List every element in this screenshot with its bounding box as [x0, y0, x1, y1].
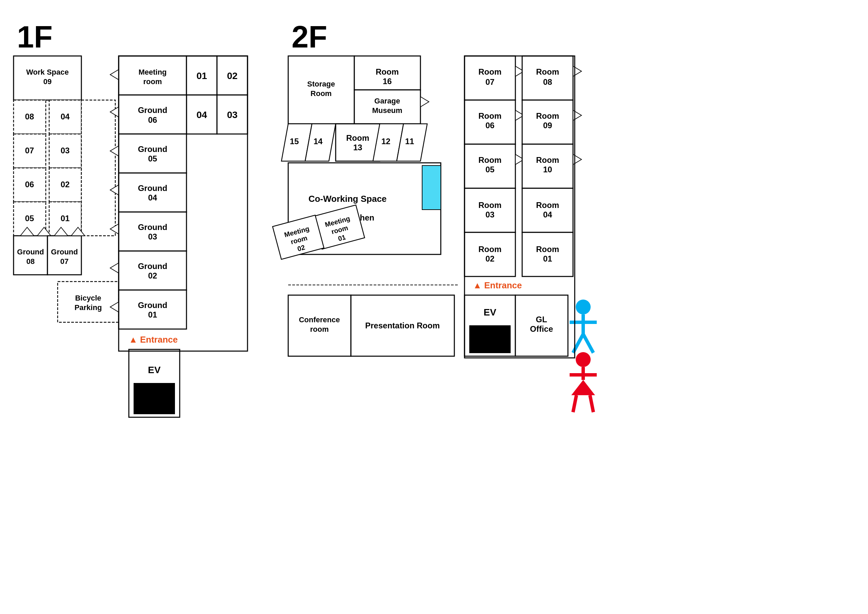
svg-text:Room: Room — [478, 111, 501, 120]
floor-2f-label: 2F — [291, 20, 327, 54]
svg-text:Room: Room — [536, 67, 559, 76]
svg-point-87 — [576, 300, 591, 314]
ground04-label: Ground — [138, 183, 167, 193]
svg-text:room: room — [143, 77, 162, 86]
ground05-label: Ground — [138, 145, 167, 154]
svg-text:Bicycle: Bicycle — [75, 294, 101, 302]
workspace09-label: Work Space — [26, 68, 69, 76]
svg-text:09: 09 — [543, 121, 552, 130]
svg-text:03: 03 — [227, 110, 237, 120]
svg-text:Room: Room — [346, 133, 369, 143]
svg-text:07: 07 — [25, 146, 34, 155]
svg-text:10: 10 — [543, 165, 552, 174]
svg-text:04: 04 — [148, 193, 157, 202]
svg-text:03: 03 — [148, 232, 157, 241]
ev-1f-block — [134, 383, 175, 414]
svg-text:Presentation Room: Presentation Room — [365, 321, 440, 330]
svg-text:Room: Room — [536, 201, 559, 210]
svg-text:Co-Working Space: Co-Working Space — [308, 194, 387, 204]
ground08-label: Ground — [17, 248, 44, 256]
ground07-label: Ground — [51, 248, 78, 256]
svg-text:07: 07 — [485, 77, 495, 87]
svg-text:06: 06 — [148, 115, 157, 124]
svg-text:03: 03 — [61, 146, 70, 155]
svg-text:01: 01 — [148, 310, 157, 319]
floor-1f-label: 1F — [17, 20, 53, 54]
ev-1f-label: EV — [148, 365, 161, 375]
svg-text:Conference: Conference — [299, 316, 340, 324]
svg-text:06: 06 — [25, 180, 34, 189]
svg-text:02: 02 — [148, 271, 157, 280]
male-icon — [570, 300, 597, 353]
svg-text:Room: Room — [478, 245, 501, 254]
svg-marker-40 — [420, 97, 429, 107]
svg-text:04: 04 — [543, 210, 552, 219]
svg-text:02: 02 — [227, 71, 237, 81]
svg-text:07: 07 — [60, 257, 68, 266]
svg-text:Room: Room — [536, 245, 559, 254]
svg-text:04: 04 — [196, 110, 207, 120]
svg-marker-94 — [571, 380, 595, 395]
entrance-2f-label: ▲ Entrance — [473, 280, 522, 291]
entrance-1f-label: ▲ Entrance — [129, 334, 178, 345]
svg-text:Parking: Parking — [74, 303, 102, 312]
svg-text:room: room — [310, 325, 329, 333]
svg-text:05: 05 — [485, 165, 495, 174]
svg-text:08: 08 — [26, 257, 34, 266]
svg-line-91 — [583, 334, 594, 353]
svg-text:Office: Office — [530, 324, 553, 333]
svg-text:15: 15 — [290, 137, 299, 146]
svg-text:05: 05 — [25, 214, 34, 223]
ev-2f-block — [470, 326, 510, 353]
svg-text:01: 01 — [543, 254, 552, 263]
svg-text:08: 08 — [543, 77, 552, 87]
svg-text:12: 12 — [381, 137, 391, 146]
svg-marker-17 — [110, 70, 119, 80]
svg-text:01: 01 — [196, 71, 207, 81]
svg-text:Storage: Storage — [307, 80, 335, 88]
ground01-label: Ground — [138, 300, 167, 310]
svg-text:Room: Room — [478, 67, 501, 76]
corridor-1f — [81, 100, 115, 236]
svg-text:02: 02 — [61, 180, 70, 189]
svg-text:01: 01 — [61, 214, 70, 223]
svg-text:Room: Room — [376, 67, 399, 76]
room-13-main — [336, 124, 380, 161]
svg-text:Meeting: Meeting — [138, 68, 166, 76]
svg-text:06: 06 — [485, 121, 495, 130]
svg-point-92 — [576, 352, 591, 367]
svg-text:Room: Room — [311, 89, 332, 98]
svg-text:05: 05 — [148, 154, 157, 163]
svg-text:04: 04 — [61, 112, 70, 121]
svg-text:Garage: Garage — [374, 97, 400, 105]
ground06-label: Ground — [138, 106, 167, 115]
svg-line-97 — [590, 395, 594, 412]
svg-text:03: 03 — [485, 210, 495, 219]
svg-text:13: 13 — [353, 143, 363, 152]
svg-text:Museum: Museum — [372, 106, 402, 115]
svg-text:08: 08 — [25, 112, 34, 121]
ev-2f-label: EV — [484, 307, 496, 317]
svg-text:16: 16 — [383, 77, 392, 86]
svg-text:02: 02 — [485, 254, 495, 263]
svg-line-96 — [573, 395, 577, 412]
svg-text:Room: Room — [536, 111, 559, 120]
svg-text:Room: Room — [478, 155, 501, 165]
female-icon — [570, 352, 597, 412]
svg-text:09: 09 — [43, 77, 51, 86]
svg-marker-32 — [110, 263, 119, 273]
kitchen-marker — [422, 166, 441, 210]
svg-text:Room: Room — [536, 155, 559, 165]
ground03-label: Ground — [138, 222, 167, 232]
svg-text:Room: Room — [478, 201, 501, 210]
svg-text:11: 11 — [405, 137, 414, 146]
svg-text:GL: GL — [536, 315, 547, 324]
ground02-label: Ground — [138, 261, 167, 271]
svg-text:14: 14 — [314, 137, 323, 146]
